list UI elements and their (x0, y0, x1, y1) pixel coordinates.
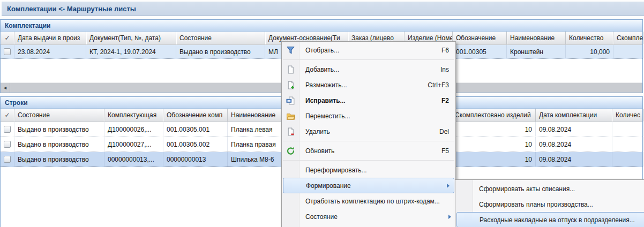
submenu-item-akty-spisaniya[interactable]: Сформировать акты списания... (455, 181, 644, 196)
table-cell: Выдано в производство (14, 137, 104, 152)
table-cell: 10 (452, 137, 536, 152)
table-cell (612, 152, 644, 167)
table-cell: 09.08.2024 (536, 152, 612, 167)
menu-item-udalit[interactable]: Удалить Del (282, 124, 455, 139)
menu-item-sostoyanie[interactable]: Состояние (282, 209, 455, 224)
row-checkbox[interactable] (4, 141, 11, 148)
menu-item-label: Формирование (306, 182, 448, 190)
filter-icon (286, 46, 295, 55)
menu-item-shortcut: F2 (441, 97, 449, 104)
column-header[interactable]: Состояние (14, 109, 104, 122)
column-header[interactable]: Состояние (176, 32, 265, 44)
column-header-check[interactable]: ✓ (1, 109, 14, 122)
table-cell: 001.00305 (453, 45, 507, 58)
check-icon: ✓ (4, 111, 10, 119)
menu-item-shortcut: Ins (440, 66, 449, 73)
column-header[interactable]: Обозначение (453, 32, 507, 44)
menu-item-razmnozhit[interactable]: Размножить... Ctrl+F3 (282, 77, 455, 93)
table-cell: 10 (452, 122, 536, 137)
panel-title: Строки (5, 99, 28, 107)
scroll-left-arrow-icon[interactable]: ◄ (1, 83, 10, 93)
table-cell: 00000000013,... (104, 152, 163, 167)
window-title: Комплектации <- Маршрутные листы (7, 5, 136, 13)
row-checkbox-cell (1, 45, 14, 58)
menu-item-label: Добавить... (305, 66, 431, 73)
table-cell: Выдано в производство (14, 152, 104, 167)
menu-item-label: Сформировать акты списания... (479, 185, 644, 193)
row-checkbox-cell (1, 137, 14, 152)
add-page-icon (286, 65, 295, 74)
row-checkbox-cell (1, 152, 14, 167)
table-cell: Д100000026,... (104, 122, 163, 137)
column-header[interactable]: Количество (566, 32, 613, 44)
table-cell: 09.08.2024 (536, 122, 612, 137)
submenu-item-rashodnye-nakladnye[interactable]: Расходные накладные на отпуск в подразде… (456, 212, 644, 227)
refresh-icon (286, 146, 295, 155)
menu-item-label: Переместить... (305, 112, 439, 120)
table-cell: 10 (452, 152, 536, 167)
table-cell: 10,000 (566, 45, 613, 58)
table-cell: Кронштейн (507, 45, 566, 58)
column-header[interactable]: Наименование (507, 32, 566, 44)
row-checkbox[interactable] (4, 126, 11, 133)
menu-item-pereformirovat[interactable]: Переформировать... (282, 162, 455, 178)
menu-item-peremestit[interactable]: Переместить... (282, 108, 455, 124)
menu-item-formirovanie[interactable]: Формирование (283, 178, 454, 193)
table-cell: КТ, 2024-1, 19.07.2024 (86, 45, 176, 58)
menu-item-label: Переформировать... (305, 167, 449, 174)
check-icon: ✓ (4, 34, 10, 42)
menu-item-label: Расходные накладные на отпуск в подразде… (480, 216, 644, 224)
column-header[interactable]: Скомплектовано изделий (452, 109, 536, 122)
column-header[interactable]: Документ(Тип, №, дата) (86, 32, 176, 44)
table-cell (612, 137, 644, 152)
menu-item-label: Исправить... (305, 97, 432, 104)
menu-item-ispravit[interactable]: Исправить... F2 (282, 93, 455, 108)
menu-separator (282, 158, 455, 162)
menu-item-shortcut: F5 (441, 147, 449, 155)
submenu-arrow-icon (448, 215, 451, 219)
table-cell: 00000000013 (163, 152, 228, 167)
duplicate-page-icon (286, 80, 295, 89)
menu-item-dobavit[interactable]: Добавить... Ins (282, 62, 455, 77)
menu-item-label: Размножить... (305, 81, 418, 89)
menu-separator (282, 58, 455, 62)
menu-item-obnovit[interactable]: Обновить F5 (282, 143, 455, 158)
table-cell: 001.00305.002 (163, 137, 228, 152)
column-header[interactable]: Обозначение комп (163, 109, 228, 122)
table-cell: Выдано в производство (14, 122, 104, 137)
menu-item-label: Состояние (305, 213, 449, 221)
column-header[interactable]: Дата комплектации (536, 109, 612, 122)
menu-item-label: Отобрать... (305, 47, 432, 54)
context-menu: Отобрать... F6 Добавить... Ins Размножит… (281, 41, 456, 227)
table-cell: 09.08.2024 (536, 137, 612, 152)
submenu-formirovanie: Сформировать акты списания... Сформирова… (455, 179, 644, 227)
menu-item-label: Удалить (305, 128, 430, 135)
column-header[interactable]: Количес (612, 109, 644, 122)
row-checkbox[interactable] (4, 48, 11, 55)
menu-item-shortcut: Ctrl+F3 (428, 81, 449, 89)
column-header-check[interactable]: ✓ (1, 32, 14, 44)
row-checkbox-cell (1, 122, 14, 137)
column-header[interactable]: Комплектующая (104, 109, 163, 122)
submenu-item-plany-proizvodstva[interactable]: Сформировать планы производства... (455, 196, 644, 212)
menu-separator (282, 139, 455, 143)
menu-item-otobrat[interactable]: Отобрать... F6 (282, 42, 455, 58)
move-folder-icon (286, 111, 295, 120)
table-cell: Д100000027,... (104, 137, 163, 152)
column-header[interactable]: Дата выдачи в произ (14, 32, 86, 44)
table-cell (613, 45, 643, 58)
menu-item-label: Отработать комплектацию по штрих-кодам..… (305, 198, 449, 205)
menu-item-shortcut: Del (439, 128, 449, 135)
menu-item-otrabotat-shtrih-kody[interactable]: Отработать комплектацию по штрих-кодам..… (282, 193, 455, 209)
panel-title: Комплектации (5, 22, 50, 29)
column-header[interactable]: Скомпле (613, 32, 643, 44)
table-cell (612, 122, 644, 137)
edit-page-icon (286, 96, 295, 105)
table-cell: Выдано в производство (176, 45, 265, 58)
table-cell: 001.00305.001 (163, 122, 228, 137)
menu-item-shortcut: F6 (441, 47, 449, 54)
row-checkbox[interactable] (4, 156, 11, 163)
panel-komplektacii-header: Комплектации (1, 20, 642, 32)
table-cell: 23.08.2024 (14, 45, 86, 58)
menu-item-label: Сформировать планы производства... (479, 201, 644, 208)
